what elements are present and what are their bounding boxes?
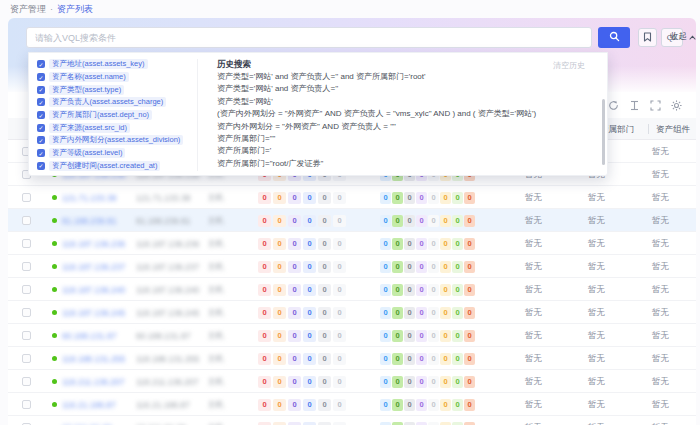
table-row[interactable]: 118.187.136.237118.187.136.237主机00000000… <box>8 255 696 278</box>
count-badge: 0 <box>303 284 316 296</box>
history-item[interactable]: 资产类型='网站' <box>217 96 599 108</box>
column-height-icon[interactable] <box>629 100 640 111</box>
history-item[interactable]: 资产类型='网站' and 资产负责人='' <box>217 83 599 95</box>
count-badge: 0 <box>273 307 286 319</box>
asset-ip-link[interactable]: 118.187.136.240 <box>62 285 125 295</box>
field-option-label: 资产内外网划分(asset.assets_division) <box>49 135 183 145</box>
history-item[interactable]: 资产所属部门=' <box>217 145 599 157</box>
checked-checkbox-icon[interactable]: ✓ <box>37 73 45 81</box>
row-checkbox[interactable] <box>22 354 31 363</box>
checked-checkbox-icon[interactable]: ✓ <box>37 136 45 144</box>
count-badge: 0 <box>452 422 463 425</box>
component-empty-text: 暂无 <box>652 215 669 227</box>
field-option[interactable]: ✓ 资产等级(asset.level) <box>37 147 197 160</box>
table-row[interactable]: 118.187.136.245118.187.136.245主机00000000… <box>8 301 696 324</box>
table-row[interactable]: 118.188.131.255118.188.131.255主机00000000… <box>8 347 696 370</box>
field-option[interactable]: ✓ 资产内外网划分(asset.assets_division) <box>37 134 197 147</box>
table-row[interactable]: 118.211.136.207118.211.136.207主机00000000… <box>8 370 696 393</box>
count-badge: 0 <box>392 238 403 250</box>
table-row[interactable]: 121.71.133.38121.71.133.38主机000000000000… <box>8 186 696 209</box>
table-row[interactable]: 27.221.82.3827.221.82.38主机00000000000000… <box>8 416 696 425</box>
asset-name-text: 118.188.131.255 <box>136 354 199 364</box>
field-option-label: 资产所属部门(asset.dept_no) <box>49 110 152 120</box>
row-checkbox[interactable] <box>22 377 31 386</box>
history-panel: 历史搜索 清空历史 资产类型='网站' and 资产负责人='' and 资产所… <box>207 53 609 177</box>
table-row[interactable]: 116.21.186.87116.21.186.87主机000000000000… <box>8 393 696 416</box>
field-option[interactable]: ✓ 资产所属部门(asset.dept_no) <box>37 109 197 122</box>
history-item[interactable]: 资产所属部门="root/广发证券" <box>217 158 599 170</box>
row-checkbox[interactable] <box>22 239 31 248</box>
checked-checkbox-icon[interactable]: ✓ <box>37 60 45 68</box>
count-badge: 0 <box>318 307 331 319</box>
checked-checkbox-icon[interactable]: ✓ <box>37 86 45 94</box>
asset-ip-link[interactable]: 118.187.136.237 <box>62 262 125 272</box>
row-checkbox[interactable] <box>22 331 31 340</box>
vql-search-input[interactable] <box>26 27 592 48</box>
checked-checkbox-icon[interactable]: ✓ <box>37 162 45 170</box>
asset-ip-link[interactable]: 118.211.136.207 <box>62 377 125 387</box>
row-checkbox[interactable] <box>22 285 31 294</box>
checked-checkbox-icon[interactable]: ✓ <box>37 98 45 106</box>
field-option[interactable]: ✓ 资产负责人(asset.assets_charge) <box>37 96 197 109</box>
history-item[interactable]: (资产内外网划分 = "外网资产" AND 资产负责人 = "vms_xylc"… <box>217 108 599 120</box>
count-badge: 0 <box>428 330 439 342</box>
checked-checkbox-icon[interactable]: ✓ <box>37 149 45 157</box>
count-badge: 0 <box>464 330 475 342</box>
vuln-count-group: 000000 <box>258 209 348 232</box>
row-checkbox[interactable] <box>22 308 31 317</box>
component-empty-text: 暂无 <box>652 422 669 425</box>
asset-ip-link[interactable]: 118.188.131.255 <box>62 354 125 364</box>
count-badge: 0 <box>380 330 391 342</box>
save-search-button[interactable] <box>638 28 657 47</box>
count-badge: 0 <box>258 261 271 273</box>
field-option[interactable]: ✓ 资产创建时间(asset.created_at) <box>37 160 197 173</box>
count-badge: 0 <box>440 330 451 342</box>
dropdown-scrollbar[interactable] <box>602 99 605 165</box>
table-row[interactable]: 60.188.131.8760.188.131.87主机000000000000… <box>8 324 696 347</box>
collapse-search-button[interactable]: 收起 <box>670 31 696 43</box>
checked-checkbox-icon[interactable]: ✓ <box>37 124 45 132</box>
table-row[interactable]: 118.187.136.236118.187.136.236主机00000000… <box>8 232 696 255</box>
field-option[interactable]: ✓ 资产类型(asset.type) <box>37 83 197 96</box>
count-badge: 0 <box>452 376 463 388</box>
asset-ip-link[interactable]: 116.21.186.87 <box>62 400 116 410</box>
count-badge: 0 <box>380 238 391 250</box>
history-item[interactable]: 资产内外网划分 = "外网资产" AND 资产负责人 = "" <box>217 121 599 133</box>
checked-checkbox-icon[interactable]: ✓ <box>37 111 45 119</box>
vuln-count-group: 000000 <box>258 370 348 393</box>
status-dot <box>52 218 57 223</box>
field-option[interactable]: ✓ 资产来源(asset.src_id) <box>37 121 197 134</box>
status-dot <box>52 356 57 361</box>
component-empty-text: 暂无 <box>652 284 669 296</box>
asset-ip-link[interactable]: 118.187.136.245 <box>62 308 125 318</box>
row-checkbox[interactable] <box>22 400 31 409</box>
count-badge: 0 <box>392 399 403 411</box>
refresh-icon[interactable] <box>608 100 619 111</box>
fullscreen-icon[interactable] <box>650 100 661 111</box>
row-checkbox[interactable] <box>22 262 31 271</box>
asset-name-text: 118.187.136.237 <box>136 262 199 272</box>
asset-ip-link[interactable]: 121.71.133.38 <box>62 193 116 203</box>
count-badge: 0 <box>318 399 331 411</box>
history-item[interactable]: 资产所属部门="" <box>217 133 599 145</box>
settings-gear-icon[interactable] <box>671 100 682 111</box>
asset-ip-link[interactable]: 118.187.136.236 <box>62 239 125 249</box>
clear-history-button[interactable]: 清空历史 <box>553 60 585 71</box>
field-option[interactable]: ✓ 资产名称(asset.name) <box>37 71 197 84</box>
row-checkbox[interactable] <box>22 216 31 225</box>
search-button[interactable] <box>598 27 630 48</box>
count-badge: 0 <box>273 238 286 250</box>
asset-ip-link[interactable]: 60.188.131.87 <box>62 331 116 341</box>
count-badge: 0 <box>428 261 439 273</box>
status-dot <box>52 402 57 407</box>
table-row[interactable]: 118.187.136.240118.187.136.240主机00000000… <box>8 278 696 301</box>
history-item[interactable]: 资产类型='网站' and 资产负责人='' and 资产所属部门='root' <box>217 71 599 83</box>
count-badge: 0 <box>464 376 475 388</box>
row-checkbox[interactable] <box>22 193 31 202</box>
field-option[interactable]: ✓ 资产地址(asset.assets_key) <box>37 58 197 71</box>
history-title: 历史搜索 <box>217 59 251 71</box>
breadcrumb-asset-list[interactable]: 资产列表 <box>57 4 93 14</box>
asset-ip-link[interactable]: 81.188.239.81 <box>62 216 116 226</box>
breadcrumb-asset-management[interactable]: 资产管理 <box>10 4 46 14</box>
table-row[interactable]: 81.188.239.8181.188.239.81主机000000000000… <box>8 209 696 232</box>
